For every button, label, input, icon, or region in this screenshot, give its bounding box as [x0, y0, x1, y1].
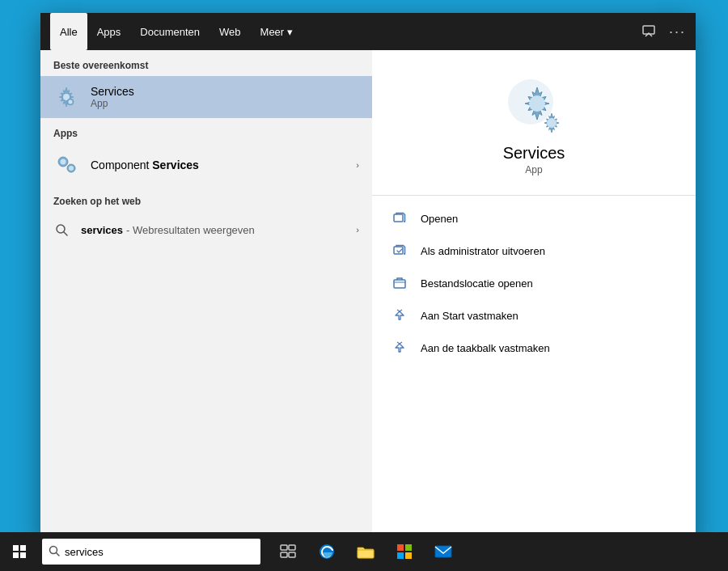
feedback-icon[interactable]	[641, 24, 656, 39]
svg-line-18	[400, 310, 402, 311]
svg-point-13	[547, 118, 557, 128]
services-large-icon	[505, 76, 563, 134]
action-location-label: Bestandslocatie openen	[421, 277, 533, 290]
svg-rect-33	[397, 544, 404, 551]
component-services-arrow: ›	[356, 160, 359, 170]
svg-rect-27	[281, 545, 287, 550]
services-subtitle: App	[91, 98, 134, 109]
svg-point-8	[69, 166, 74, 171]
location-icon	[392, 275, 408, 291]
svg-rect-37	[435, 546, 451, 557]
component-services-icon	[53, 152, 79, 178]
component-services-title: Component Services	[91, 159, 199, 171]
taskbar: services	[0, 532, 728, 571]
right-panel: Services App Openen	[372, 50, 696, 547]
action-location[interactable]: Bestandslocatie openen	[372, 267, 696, 299]
actions-list: Openen Als administrator uitvoeren	[372, 196, 696, 370]
services-title: Services	[91, 85, 134, 98]
svg-point-6	[61, 159, 66, 165]
taskbar-icons	[270, 534, 461, 569]
section-best-label: Beste overeenkomst	[40, 50, 372, 76]
svg-rect-16	[394, 280, 405, 288]
svg-rect-15	[394, 247, 403, 254]
svg-rect-14	[394, 214, 403, 222]
web-search-icon	[53, 222, 70, 238]
content-area: Beste overeenkomst	[40, 50, 696, 547]
web-suffix: - Webresultaten weergeven	[126, 224, 255, 236]
action-open-label: Openen	[421, 213, 458, 225]
svg-line-26	[57, 552, 60, 556]
task-view-button[interactable]	[270, 534, 306, 569]
open-icon	[392, 210, 408, 226]
action-pin-taskbar[interactable]: Aan de taakbalk vastmaken	[372, 332, 696, 364]
web-search-item[interactable]: services - Webresultaten weergeven ›	[40, 212, 372, 247]
tab-alle[interactable]: Alle	[50, 13, 87, 50]
svg-line-10	[64, 232, 67, 235]
svg-rect-24	[20, 552, 26, 558]
tab-meer[interactable]: Meer ▾	[251, 23, 303, 41]
admin-icon	[392, 243, 408, 259]
svg-rect-22	[20, 545, 26, 551]
action-admin-label: Als administrator uitvoeren	[421, 245, 545, 257]
store-button[interactable]	[387, 534, 422, 569]
svg-line-17	[397, 310, 400, 311]
svg-rect-32	[358, 550, 374, 558]
action-pin-start[interactable]: Aan Start vastmaken	[372, 299, 696, 332]
web-search-text: services - Webresultaten weergeven	[81, 224, 255, 236]
svg-rect-34	[405, 544, 412, 551]
desktop: Alle Apps Documenten Web Meer ▾ ···	[0, 0, 728, 571]
file-explorer-button[interactable]	[348, 534, 383, 569]
nav-icons: ···	[641, 23, 686, 40]
svg-point-4	[69, 100, 73, 104]
action-admin[interactable]: Als administrator uitvoeren	[372, 235, 696, 267]
result-services[interactable]: Services App	[40, 76, 372, 118]
services-icon	[53, 84, 79, 110]
svg-line-19	[397, 342, 400, 344]
svg-rect-21	[13, 545, 19, 551]
app-preview: Services App	[372, 50, 696, 196]
svg-rect-36	[405, 552, 412, 559]
web-search-arrow: ›	[356, 225, 359, 235]
svg-point-12	[529, 95, 545, 112]
action-pin-start-label: Aan Start vastmaken	[421, 310, 518, 322]
tab-documenten[interactable]: Documenten	[130, 13, 210, 50]
left-panel: Beste overeenkomst	[40, 50, 372, 547]
services-result-text: Services App	[91, 85, 134, 109]
section-apps-label: Apps	[40, 118, 372, 144]
section-web-label: Zoeken op het web	[40, 186, 372, 212]
svg-rect-35	[397, 552, 404, 559]
app-name: Services	[503, 144, 565, 163]
svg-rect-30	[289, 552, 295, 557]
more-options-icon[interactable]: ···	[669, 23, 686, 40]
mail-button[interactable]	[425, 534, 461, 569]
action-pin-taskbar-label: Aan de taakbalk vastmaken	[421, 342, 550, 354]
search-window: Alle Apps Documenten Web Meer ▾ ···	[40, 13, 696, 547]
svg-line-20	[400, 342, 402, 344]
taskbar-search-icon	[49, 545, 60, 559]
svg-rect-23	[13, 552, 19, 558]
edge-browser-button[interactable]	[309, 534, 345, 569]
svg-rect-28	[289, 545, 295, 550]
tab-apps[interactable]: Apps	[87, 13, 131, 50]
web-keyword: services	[81, 224, 123, 236]
component-services-text: Component Services	[91, 159, 199, 171]
pin-taskbar-icon	[392, 340, 408, 356]
start-button[interactable]	[0, 532, 39, 571]
tab-web[interactable]: Web	[210, 13, 251, 50]
pin-start-icon	[392, 307, 408, 324]
svg-rect-29	[281, 552, 287, 557]
action-open[interactable]: Openen	[372, 202, 696, 235]
nav-bar: Alle Apps Documenten Web Meer ▾ ···	[40, 13, 696, 50]
taskbar-search-text[interactable]: services	[65, 546, 104, 558]
taskbar-search[interactable]: services	[42, 539, 260, 565]
result-component-services[interactable]: Component Services ›	[40, 144, 372, 186]
app-type: App	[525, 164, 542, 176]
